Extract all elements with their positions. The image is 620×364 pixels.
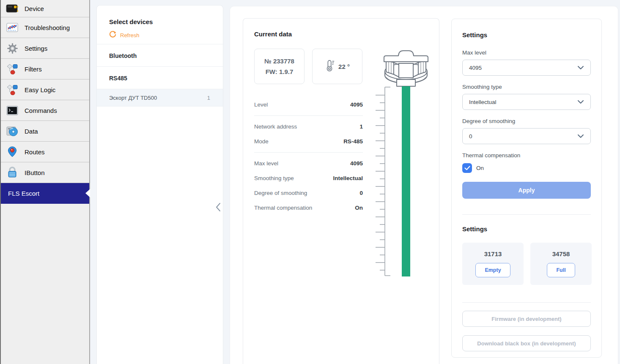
temperature-card: 22 °	[312, 49, 362, 84]
temperature-value: 22 °	[338, 63, 350, 70]
full-value: 34758	[552, 250, 570, 257]
chevron-down-icon	[577, 98, 584, 106]
row-label: Level	[254, 101, 268, 108]
row-label: Max level	[254, 160, 278, 167]
sidebar-item-label: IButton	[25, 169, 45, 176]
sidebar-item-label: Data	[25, 128, 38, 135]
firmware-button[interactable]: Firmware (in development)	[462, 311, 591, 327]
refresh-label: Refresh	[120, 32, 140, 38]
thermometer-icon	[325, 59, 335, 74]
sidebar-item-label: Routes	[25, 148, 45, 156]
max-level-select[interactable]: 4095	[462, 60, 591, 76]
row-value: On	[355, 205, 363, 211]
fuel-sensor-illustration	[373, 47, 437, 286]
select-value: Intellectual	[469, 99, 497, 105]
settings-title: Settings	[462, 31, 591, 38]
section-bluetooth: Bluetooth	[109, 52, 137, 59]
device-count-badge: 1	[207, 95, 210, 101]
collapse-panel-button[interactable]	[215, 203, 222, 213]
sidebar-item-filters[interactable]: Filters	[1, 59, 89, 79]
data-row-mode: Mode RS-485	[254, 134, 363, 149]
full-button[interactable]: Full	[547, 263, 575, 277]
row-label: Network address	[254, 123, 297, 130]
sidebar: Device Troubleshooting	[0, 0, 90, 364]
device-list-item[interactable]: Эскорт ДУТ TD500 1	[97, 89, 223, 107]
chevron-left-icon	[215, 202, 221, 214]
row-value: 4095	[350, 160, 363, 167]
settings-card: Settings Max level 4095 Smoothing type I…	[451, 19, 602, 358]
sidebar-item-device[interactable]: Device	[1, 0, 89, 17]
current-data-title: Current data	[254, 30, 292, 38]
sidebar-item-label: Easy Logic	[25, 86, 55, 93]
row-label: Degree of smoothing	[254, 190, 307, 196]
sidebar-item-ibutton[interactable]: IButton	[1, 162, 89, 183]
row-value: 1	[359, 123, 363, 130]
sidebar-item-label: Device	[25, 5, 44, 12]
fuel-level-bar	[402, 86, 410, 276]
refresh-button[interactable]: Refresh	[109, 31, 140, 39]
sidebar-item-fls-escort[interactable]: FLS Escort	[1, 183, 89, 204]
gear-icon	[5, 41, 19, 55]
smoothing-type-label: Smoothing type	[462, 84, 591, 90]
map-pin-icon	[5, 145, 19, 159]
device-serial: № 233778	[264, 57, 294, 65]
select-devices-panel: Select devices Refresh Bluetooth RS485 Э…	[96, 5, 223, 364]
sidebar-item-easy-logic[interactable]: Easy Logic	[1, 79, 89, 100]
level-ruler	[376, 87, 390, 276]
thermal-compensation-checkbox[interactable]	[462, 163, 472, 173]
row-label: Smoothing type	[254, 175, 294, 181]
section-rs485: RS485	[109, 75, 127, 82]
selected-item-notch	[85, 189, 90, 197]
device-icon	[5, 2, 19, 15]
refresh-icon	[109, 31, 116, 39]
data-row-network-address: Network address 1	[254, 119, 363, 134]
data-row-degree-of-smoothing: Degree of smoothing 0	[254, 186, 363, 200]
empty-value: 31713	[484, 250, 502, 257]
select-devices-title: Select devices	[109, 18, 153, 25]
current-data-rows: Level 4095 Network address 1 Mode RS-485…	[254, 97, 363, 215]
row-value: Intellectual	[333, 175, 363, 181]
main-panel: Current data № 233778 FW: 1.9.7 2	[230, 6, 618, 364]
row-value: RS-485	[343, 138, 363, 145]
chevron-down-icon	[577, 132, 584, 140]
sidebar-item-label: Settings	[25, 45, 47, 52]
sidebar-item-label: Troubleshooting	[25, 24, 70, 31]
current-data-card: Current data № 233778 FW: 1.9.7 2	[243, 18, 439, 364]
row-value: 0	[359, 190, 363, 196]
sidebar-item-data[interactable]: Data	[1, 121, 89, 142]
data-row-thermal-compensation: Thermal compensation On	[254, 200, 363, 215]
sidebar-item-label: Filters	[25, 66, 42, 73]
empty-button[interactable]: Empty	[475, 263, 510, 277]
divider	[254, 115, 363, 116]
row-label: Mode	[254, 138, 269, 145]
max-level-label: Max level	[462, 49, 591, 56]
device-name: Эскорт ДУТ TD500	[109, 95, 157, 101]
row-label: Thermal compensation	[254, 205, 312, 211]
divider	[97, 66, 223, 67]
checkbox-label: On	[476, 165, 484, 171]
sidebar-item-settings[interactable]: Settings	[1, 38, 89, 59]
sidebar-item-label: FLS Escort	[8, 190, 39, 197]
chevron-down-icon	[577, 64, 584, 71]
terminal-icon	[5, 104, 19, 117]
sidebar-item-troubleshooting[interactable]: Troubleshooting	[1, 17, 89, 38]
degree-of-smoothing-select[interactable]: 0	[462, 128, 591, 144]
data-row-max-level: Max level 4095	[254, 156, 363, 171]
smoothing-type-select[interactable]: Intellectual	[462, 94, 591, 110]
disc-icon	[5, 124, 19, 138]
sidebar-item-routes[interactable]: Routes	[1, 142, 89, 162]
calibration-title: Settings	[462, 225, 591, 233]
empty-calibration-card: 31713 Empty	[462, 243, 524, 285]
thermal-compensation-label: Thermal compensation	[462, 152, 591, 159]
data-row-smoothing-type: Smoothing type Intellectual	[254, 171, 363, 186]
row-value: 4095	[350, 101, 363, 108]
padlock-icon	[5, 166, 19, 179]
full-calibration-card: 34758 Full	[530, 243, 592, 285]
sidebar-item-label: Commands	[25, 107, 57, 114]
device-serial-card: № 233778 FW: 1.9.7	[254, 49, 305, 84]
apply-button[interactable]: Apply	[462, 182, 591, 199]
divider	[462, 214, 591, 215]
sidebar-item-commands[interactable]: Commands	[1, 100, 89, 121]
download-black-box-button[interactable]: Download black box (in development)	[462, 335, 591, 351]
select-value: 0	[469, 133, 472, 140]
